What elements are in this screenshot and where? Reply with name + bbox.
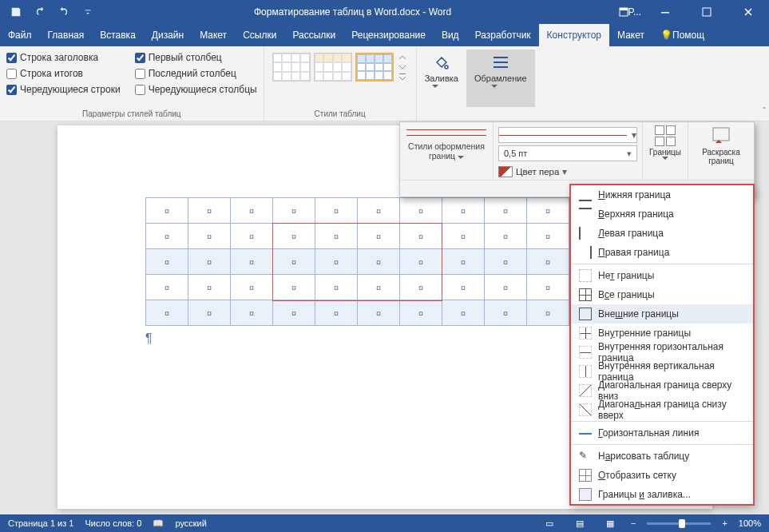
bm-grid[interactable]: Отобразить сетку — [571, 466, 753, 485]
border-outer-icon — [579, 308, 592, 320]
tab-table-layout[interactable]: Макет — [609, 24, 652, 46]
grid-icon — [579, 469, 592, 482]
tab-design[interactable]: Дизайн — [144, 24, 192, 46]
chevron-down-icon — [491, 85, 510, 104]
view-read-icon[interactable]: ▭ — [540, 515, 559, 531]
status-language[interactable]: русский — [175, 518, 206, 528]
tab-home[interactable]: Главная — [40, 24, 93, 46]
svg-rect-3 — [703, 8, 711, 16]
border-styles-gallery[interactable]: Стили оформления границ — [400, 122, 494, 180]
view-web-icon[interactable]: ▦ — [601, 515, 620, 531]
svg-rect-4 — [399, 73, 406, 74]
tab-references[interactable]: Ссылки — [235, 24, 284, 46]
style-preset-1[interactable] — [272, 53, 311, 81]
undo-button[interactable] — [29, 1, 51, 23]
bm-left[interactable]: Левая граница — [571, 224, 753, 243]
zoom-level[interactable]: 100% — [739, 518, 761, 528]
group-label-options: Параметры стилей таблиц — [6, 108, 257, 121]
pen-color-button[interactable]: Цвет пера▾ — [498, 164, 637, 180]
bm-inner-v[interactable]: Внутренняя вертикальная граница — [571, 362, 753, 381]
border-top-icon — [579, 208, 592, 220]
close-button[interactable] — [731, 0, 766, 24]
painter-icon — [711, 125, 731, 146]
tell-me[interactable]: 💡 Помощ — [652, 24, 712, 46]
bm-borders-shading[interactable]: Границы и заливка... — [571, 485, 753, 504]
document-table[interactable]: ¤¤¤¤¤¤¤¤¤¤ ¤¤¤¤¤¤¤¤¤¤ ¤¤¤¤¤¤¤¤¤¤ ¤¤¤¤¤¤¤… — [145, 197, 569, 326]
line-weight-select[interactable]: 0,5 пт▾ — [498, 145, 637, 161]
view-print-icon[interactable]: ▤ — [570, 515, 589, 531]
bm-bottom[interactable]: Нижняя граница — [571, 185, 753, 204]
status-words[interactable]: Число слов: 0 — [85, 518, 141, 528]
bm-all[interactable]: Все границы — [571, 285, 753, 304]
redo-button[interactable] — [53, 1, 75, 23]
save-button[interactable] — [5, 1, 27, 23]
border-all-icon — [579, 288, 592, 301]
opt-first-col[interactable]: Первый столбец — [135, 50, 257, 66]
bm-diag-down[interactable]: Диагональная граница сверху вниз — [571, 381, 753, 400]
borders-menu: Нижняя граница Верхняя граница Левая гра… — [570, 185, 754, 505]
shading-button[interactable]: Заливка — [417, 50, 466, 107]
tab-table-design[interactable]: Конструктор — [539, 24, 609, 46]
gallery-up-icon[interactable] — [398, 54, 406, 62]
opt-last-col[interactable]: Последний столбец — [135, 66, 257, 81]
gallery-more-icon[interactable] — [398, 73, 406, 81]
border-inner-h-icon — [579, 346, 592, 359]
minimize-button[interactable] — [648, 0, 683, 24]
zoom-in-button[interactable]: + — [722, 518, 727, 528]
bm-hline[interactable]: Горизонтальная линия — [571, 423, 753, 443]
bm-diag-up[interactable]: Диагональная граница снизу вверх — [571, 400, 753, 419]
status-page[interactable]: Страница 1 из 1 — [8, 518, 73, 528]
bm-inner[interactable]: Внутренние границы — [571, 324, 753, 343]
line-style-select[interactable]: ▾ — [498, 127, 637, 143]
bm-right[interactable]: Правая граница — [571, 243, 753, 262]
pencil-icon: ✎ — [579, 450, 592, 463]
tab-insert[interactable]: Вставка — [92, 24, 144, 46]
bm-inner-h[interactable]: Внутренняя горизонтальная граница — [571, 343, 753, 362]
border-diag-down-icon — [579, 384, 592, 397]
titlebar: Форматирование таблиц в Word.docx - Word… — [0, 0, 769, 24]
share-label[interactable]: P... — [628, 0, 641, 24]
border-none-icon — [579, 269, 592, 282]
group-label-styles: Стили таблиц — [271, 108, 410, 121]
group-style-options: Строка заголовка Строка итогов Чередующи… — [0, 46, 264, 121]
border-inner-icon — [579, 327, 592, 339]
border-lines-icon — [491, 53, 510, 72]
bm-none[interactable]: Нет границы — [571, 266, 753, 285]
opt-banded-rows[interactable]: Чередующиеся строки — [6, 81, 121, 97]
tab-file[interactable]: Файл — [0, 24, 40, 46]
status-proofing-icon[interactable]: 📖 — [153, 518, 164, 529]
hline-icon — [579, 427, 592, 439]
bm-outer[interactable]: Внешние границы — [571, 304, 753, 324]
tab-layout[interactable]: Макет — [192, 24, 235, 46]
opt-banded-cols[interactable]: Чередующиеся столбцы — [135, 81, 257, 97]
bm-draw[interactable]: ✎Нарисовать таблицу — [571, 447, 753, 466]
group-table-styles: Стили таблиц — [264, 46, 417, 121]
border-diag-up-icon — [579, 403, 592, 416]
borders-split-button[interactable]: Обрамление — [466, 50, 535, 107]
border-right-icon — [579, 246, 592, 259]
collapse-ribbon-icon[interactable]: ˆ — [763, 106, 766, 117]
zoom-out-button[interactable]: − — [631, 518, 636, 528]
maximize-button[interactable] — [689, 0, 724, 24]
border-left-icon — [579, 227, 592, 240]
opt-header-row[interactable]: Строка заголовка — [6, 50, 121, 66]
borders-grid-icon — [655, 125, 676, 146]
opt-total-row[interactable]: Строка итогов — [6, 66, 121, 81]
style-preset-3[interactable] — [355, 53, 394, 81]
tab-review[interactable]: Рецензирование — [343, 24, 434, 46]
zoom-slider[interactable] — [647, 522, 711, 525]
chevron-down-icon — [432, 85, 451, 104]
tab-developer[interactable]: Разработчик — [467, 24, 539, 46]
ribbon-tabs: Файл Главная Вставка Дизайн Макет Ссылки… — [0, 24, 769, 46]
bm-top[interactable]: Верхняя граница — [571, 204, 753, 224]
tab-view[interactable]: Вид — [434, 24, 467, 46]
tab-mailings[interactable]: Рассылки — [284, 24, 343, 46]
borders-button[interactable]: Границы — [642, 122, 688, 180]
gallery-down-icon[interactable] — [398, 63, 406, 71]
svg-rect-5 — [713, 128, 729, 141]
border-painter-button[interactable]: Раскраска границ — [688, 122, 754, 180]
qat-customize[interactable] — [77, 1, 99, 23]
border-inner-v-icon — [579, 365, 592, 378]
style-preset-2[interactable] — [314, 53, 352, 81]
svg-rect-2 — [661, 12, 669, 14]
